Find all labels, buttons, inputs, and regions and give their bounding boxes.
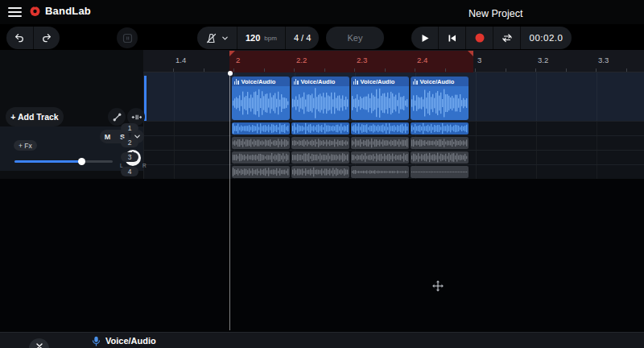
redo-button[interactable]: [33, 27, 60, 49]
ruler-tick: [445, 68, 446, 72]
clip-waveform: [411, 86, 469, 120]
take-clip[interactable]: [291, 151, 349, 164]
ruler-tick: [233, 68, 234, 72]
workspace-empty-area: +♫ Drop a loop or an audio/MIDI/video fi…: [0, 179, 644, 332]
take-clip[interactable]: [232, 151, 290, 164]
take-lane-number[interactable]: 2: [121, 138, 138, 147]
close-icon: [35, 342, 43, 348]
menu-icon[interactable]: [8, 7, 22, 17]
ruler-label: 2: [236, 56, 240, 64]
take-clip[interactable]: [351, 122, 409, 135]
take-clip[interactable]: [351, 166, 409, 178]
take-clip[interactable]: [291, 122, 349, 135]
take-clip[interactable]: [411, 166, 469, 178]
key-label: Key: [348, 33, 363, 43]
arrange-area[interactable]: Voice/AudioVoice/AudioVoice/AudioVoice/A…: [143, 72, 644, 179]
playhead-handle[interactable]: [228, 71, 233, 76]
clip-label: Voice/Audio: [242, 78, 276, 85]
clip-audio-icon: [294, 79, 299, 85]
bandlab-logo[interactable]: BandLab: [29, 5, 91, 17]
ruler-tick: [566, 68, 567, 72]
loop-button[interactable]: [493, 27, 520, 49]
bpm-unit: bpm: [264, 35, 277, 42]
add-track-button[interactable]: + Add Track: [6, 107, 64, 126]
audio-clip[interactable]: Voice/Audio: [232, 77, 290, 120]
clip-header[interactable]: Voice/Audio: [411, 77, 469, 86]
key-button[interactable]: Key: [326, 27, 384, 49]
project-title[interactable]: New Project: [469, 8, 522, 19]
ruler-tick: [596, 68, 597, 72]
ruler-label: 2.2: [296, 56, 307, 64]
clip-waveform: [351, 86, 409, 120]
loop-end-notch[interactable]: [468, 51, 473, 56]
clip-header[interactable]: Voice/Audio: [351, 77, 409, 86]
audio-clip[interactable]: Voice/Audio: [291, 77, 349, 120]
ruler-tick: [354, 68, 355, 72]
take-clip[interactable]: [232, 137, 290, 149]
clip-header[interactable]: Voice/Audio: [291, 77, 349, 86]
clip-audio-icon: [353, 79, 358, 85]
ruler-tick: [204, 68, 204, 72]
ruler-tick: [415, 68, 415, 72]
add-track-label: + Add Track: [10, 112, 58, 122]
take-clip[interactable]: [411, 122, 469, 135]
take-clip[interactable]: [291, 166, 349, 178]
fx-button[interactable]: + Fx: [14, 140, 37, 151]
record-loop-region[interactable]: [229, 51, 473, 72]
ruler[interactable]: 1.422.22.32.433.23.3: [143, 50, 644, 72]
take-clip[interactable]: [411, 151, 469, 164]
bandlab-logo-icon: [29, 5, 41, 17]
play-icon: [419, 33, 430, 44]
close-editor-button[interactable]: [29, 338, 49, 348]
loop-start-notch[interactable]: [229, 51, 235, 56]
fit-horizontal-icon: [131, 112, 142, 122]
volume-thumb[interactable]: [78, 158, 85, 165]
time-signature-button[interactable]: 4 / 4: [286, 27, 319, 49]
ruler-tick: [294, 68, 295, 72]
take-clip[interactable]: [232, 166, 290, 178]
audio-clip[interactable]: Voice/Audio: [411, 77, 469, 120]
record-button[interactable]: [466, 27, 493, 49]
clip-label: Voice/Audio: [420, 78, 455, 85]
loop-icon: [502, 32, 513, 44]
take-clip[interactable]: [411, 137, 469, 149]
take-clip[interactable]: [351, 137, 409, 149]
mute-button[interactable]: M: [105, 133, 111, 141]
take-clip[interactable]: [291, 137, 349, 149]
skip-to-start-icon: [447, 33, 457, 44]
pads-view-button[interactable]: [117, 27, 138, 48]
play-button[interactable]: [411, 27, 438, 49]
volume-slider[interactable]: [14, 157, 113, 165]
ruler-tick: [264, 68, 265, 72]
audio-clip[interactable]: Voice/Audio: [351, 77, 409, 120]
clip-waveform: [291, 86, 349, 120]
ruler-label: 2.4: [417, 56, 427, 64]
ruler-label: 3: [477, 56, 481, 64]
move-cursor-icon: [431, 280, 444, 292]
clip-label: Voice/Audio: [301, 78, 336, 85]
editor-track-tab[interactable]: Voice/Audio: [105, 336, 156, 346]
take-clip[interactable]: [351, 151, 409, 164]
fx-label: + Fx: [19, 142, 32, 150]
take-clip[interactable]: [232, 122, 290, 135]
ruler-tick: [385, 68, 386, 72]
ruler-label: 3.2: [538, 56, 548, 64]
take-lane-number[interactable]: 1: [121, 123, 138, 133]
ruler-label: 2.3: [357, 56, 367, 64]
undo-button[interactable]: [6, 27, 33, 49]
clip-header[interactable]: Voice/Audio: [232, 77, 290, 86]
skip-to-start-button[interactable]: [439, 27, 465, 49]
pan-right-label: R: [142, 163, 147, 168]
ruler-tick: [626, 68, 627, 72]
ruler-label: 3.3: [598, 56, 609, 64]
bpm-button[interactable]: 120 bpm: [237, 27, 285, 49]
metronome-button[interactable]: [197, 27, 237, 49]
time-display[interactable]: 00:02.0: [521, 33, 572, 43]
clip-audio-icon: [234, 79, 239, 85]
take-lane-number[interactable]: 3: [121, 152, 138, 162]
ruler-tick: [535, 68, 536, 72]
take-lane-number[interactable]: 4: [121, 167, 138, 176]
redo-icon: [41, 32, 52, 44]
playhead-line[interactable]: [229, 73, 230, 330]
bandlab-app: BandLab New Project: [0, 0, 644, 348]
